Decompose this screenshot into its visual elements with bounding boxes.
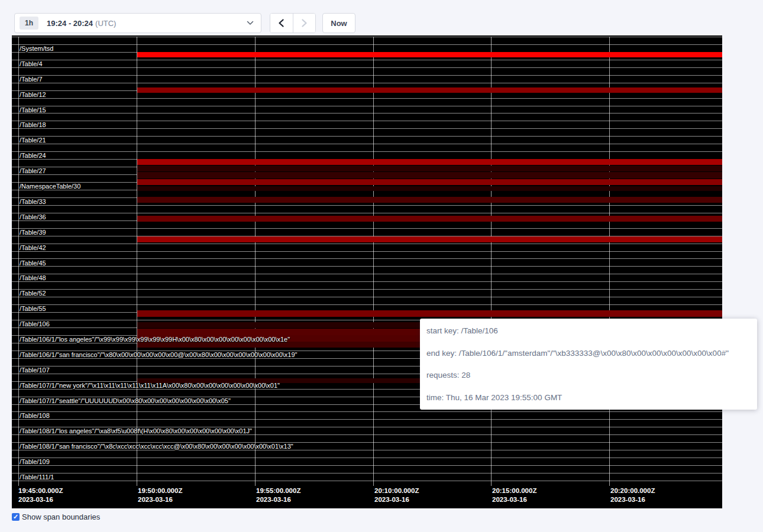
row-label: /Table/108/1/"san francisco"/"\x8c\xcc\x…	[20, 443, 293, 450]
axis-tick-label: 19:55:00.000Z2023-03-16	[256, 486, 300, 504]
heat-band[interactable]	[137, 172, 722, 179]
row-label: /Table/15	[20, 106, 46, 114]
span-boundary-line	[12, 60, 722, 60]
span-boundary-line	[12, 481, 722, 481]
row-label: /Table/39	[20, 229, 46, 236]
checkbox-label: Show span boundaries	[22, 512, 100, 521]
span-boundary-line	[12, 419, 722, 420]
axis-date: 2023-03-16	[374, 495, 419, 504]
row-label: /Table/109	[20, 458, 50, 466]
span-boundary-line	[12, 458, 722, 458]
heat-band[interactable]	[137, 87, 722, 93]
span-boundary-line	[12, 465, 722, 466]
axis-date: 2023-03-16	[610, 495, 655, 504]
span-boundary-line	[12, 75, 722, 76]
prev-interval-button[interactable]	[270, 14, 293, 33]
heat-band[interactable]	[137, 179, 722, 185]
time-gridline	[491, 37, 492, 486]
span-boundary-line	[12, 128, 722, 129]
checked-checkbox-icon[interactable]: ✓	[12, 513, 20, 521]
axis-time: 20:20:00.000Z	[610, 486, 655, 495]
row-label: /Table/52	[20, 290, 46, 297]
chevron-right-icon	[301, 19, 308, 27]
span-boundary-line	[12, 106, 722, 106]
now-button[interactable]: Now	[322, 13, 355, 33]
row-label: /Table/27	[20, 167, 46, 175]
span-boundary-line	[12, 289, 722, 290]
row-label: /Table/7	[20, 76, 43, 83]
axis-time: 20:15:00.000Z	[492, 486, 536, 495]
heat-band[interactable]	[137, 236, 722, 242]
axis-time: 19:45:00.000Z	[18, 486, 63, 495]
span-boundary-line	[12, 136, 722, 137]
span-boundary-line	[12, 473, 722, 473]
axis-date: 2023-03-16	[256, 495, 300, 504]
span-boundary-line	[12, 37, 722, 37]
row-label: /Table/55	[20, 305, 46, 313]
span-boundary-line	[12, 205, 722, 206]
tooltip-line: start key: /Table/106	[426, 326, 751, 335]
axis-tick-label: 20:15:00.000Z2023-03-16	[492, 486, 536, 504]
row-label: /Table/107/1/"new york"/"\x11\x11\x11\x1…	[20, 382, 280, 390]
span-boundary-line	[12, 151, 722, 152]
heat-band[interactable]	[137, 186, 722, 191]
time-nav-group	[270, 13, 316, 33]
tooltip-line: end key: /Table/106/1/"amsterdam"/"\xb33…	[426, 349, 751, 358]
row-label: /Table/106/1/"san francisco"/"\x80\x00\x…	[20, 351, 298, 359]
span-boundary-line	[12, 228, 722, 229]
axis-time: 19:50:00.000Z	[138, 486, 182, 495]
row-label: /Table/111/1	[20, 473, 54, 481]
heatmap-canvas[interactable]: /System/tsd/Table/4/Table/7/Table/12/Tab…	[12, 35, 722, 508]
next-interval-button[interactable]	[293, 14, 315, 33]
row-label: /Table/12	[20, 91, 46, 99]
chevron-down-icon	[247, 21, 254, 25]
span-boundary-line	[12, 281, 722, 282]
chevron-left-icon	[278, 19, 284, 27]
row-label: /Table/45	[20, 259, 46, 267]
axis-date: 2023-03-16	[138, 495, 182, 504]
span-boundary-line	[12, 258, 722, 259]
axis-tick-label: 19:50:00.000Z2023-03-16	[138, 486, 182, 504]
span-boundary-line	[12, 304, 722, 305]
row-label: /Table/106	[20, 320, 50, 328]
row-label: /Table/108/1/"los angeles"/"\xa8\xf5\u00…	[20, 427, 252, 435]
row-label: /Table/107	[20, 366, 50, 374]
row-label: /Table/4	[20, 60, 43, 68]
range-text: 19:24 - 20:24	[47, 19, 93, 28]
heat-band[interactable]	[137, 197, 722, 203]
axis-tick-label: 20:10:00.000Z2023-03-16	[374, 486, 419, 504]
heat-band[interactable]	[137, 310, 722, 317]
axis-time: 20:10:00.000Z	[374, 486, 419, 495]
span-boundary-line	[12, 44, 722, 45]
row-label: /Table/108	[20, 412, 50, 420]
row-label: /Table/36	[20, 213, 46, 221]
row-label: /Table/106/1/"los angeles"/"\x99\x99\x99…	[20, 336, 290, 343]
span-boundary-line	[12, 274, 722, 274]
time-gridline	[373, 37, 374, 486]
span-boundary-line	[12, 297, 722, 297]
axis-time: 19:55:00.000Z	[256, 486, 300, 495]
row-label: /NamespaceTable/30	[20, 183, 80, 190]
show-span-boundaries-toggle[interactable]: ✓ Show span boundaries	[12, 512, 100, 521]
axis-date: 2023-03-16	[492, 495, 536, 504]
span-boundary-line	[12, 113, 722, 113]
row-label: /Table/21	[20, 137, 46, 144]
span-boundary-line	[12, 144, 722, 144]
axis-tick-label: 20:20:00.000Z2023-03-16	[610, 486, 655, 504]
heat-band[interactable]	[137, 216, 722, 222]
span-boundary-line	[12, 213, 722, 213]
range-duration-badge: 1h	[20, 17, 38, 30]
heat-band[interactable]	[137, 52, 722, 57]
heat-band[interactable]	[137, 159, 722, 165]
span-boundary-line	[12, 98, 722, 99]
span-boundary-line	[12, 411, 722, 412]
time-range-selector[interactable]: 1h 19:24 - 20:24 (UTC)	[14, 13, 261, 33]
time-gridline	[255, 37, 256, 486]
row-label: /Table/107/1/"seattle"/"UUUUUUD\x00\x80\…	[20, 397, 231, 405]
span-tooltip: start key: /Table/106end key: /Table/106…	[420, 319, 757, 410]
time-gridline	[137, 37, 137, 486]
span-boundary-line	[12, 244, 722, 244]
heat-band[interactable]	[137, 166, 722, 171]
span-boundary-line	[12, 266, 722, 267]
span-boundary-line	[12, 251, 722, 252]
